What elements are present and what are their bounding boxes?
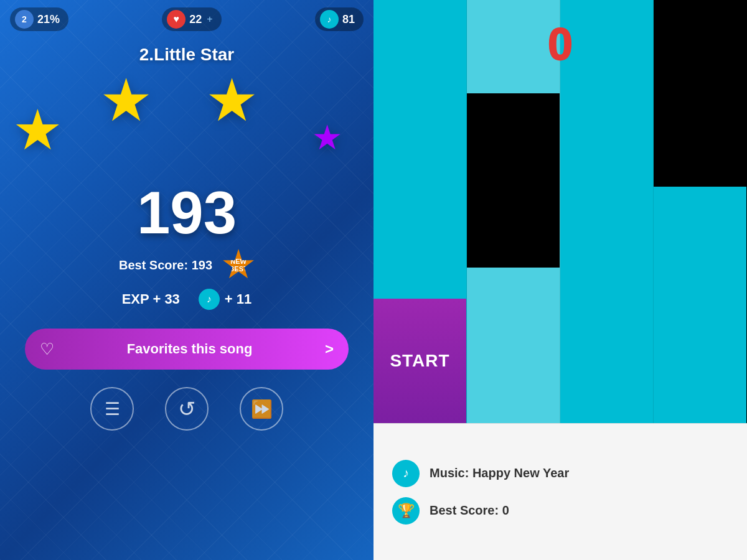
replay-button[interactable]: ↺ <box>165 387 209 431</box>
music-label: Music: Happy New Year <box>430 466 569 480</box>
music-note-icon: ♪ <box>320 10 339 29</box>
fav-arrow-icon: > <box>325 340 334 358</box>
coin-amount: + 11 <box>225 291 251 307</box>
best-score-info-text: Best Score: 0 <box>430 503 509 518</box>
best-score-row: Best Score: 193 NEW BEST <box>119 249 255 281</box>
new-best-line2: BEST <box>229 265 247 273</box>
next-icon: ⏩ <box>251 399 273 419</box>
level-badge: 2 <box>15 10 34 29</box>
coins-count: 81 <box>342 13 355 26</box>
score-number: 193 <box>137 183 237 243</box>
piano-col-2[interactable] <box>467 0 560 423</box>
info-panel: ♪ Music: Happy New Year 🏆 Best Score: 0 <box>374 423 747 560</box>
black-tile-1[interactable] <box>467 93 560 268</box>
coins-earned: ♪ + 11 <box>199 289 251 310</box>
bottom-controls: ☰ ↺ ⏩ <box>90 387 283 431</box>
piano-col-4[interactable] <box>654 0 747 423</box>
start-tile[interactable]: START <box>374 299 466 423</box>
piano-col-3[interactable] <box>560 0 654 423</box>
menu-icon: ☰ <box>105 399 120 419</box>
trophy-icon: 🏆 <box>392 497 420 525</box>
heart-icon: ♥ <box>167 10 186 29</box>
music-info-row: ♪ Music: Happy New Year <box>392 460 728 487</box>
new-best-line1: NEW <box>230 258 247 265</box>
star-1: ★ <box>12 102 63 158</box>
best-score-text: Best Score: 193 <box>119 258 212 273</box>
star-4-purple: ★ <box>312 121 342 155</box>
start-label: START <box>390 351 449 371</box>
right-panel: 0 START ♪ <box>374 0 747 560</box>
hearts-plus: + <box>207 14 212 25</box>
left-panel: 2 21% ♥ 22 + ♪ 81 2.Little Star ★ ★ ★ ★ … <box>0 0 374 560</box>
coin-icon: ♪ <box>199 289 220 310</box>
level-percent: 21% <box>37 13 60 26</box>
level-stat: 2 21% <box>10 7 68 31</box>
top-bar: 2 21% ♥ 22 + ♪ 81 <box>0 0 374 39</box>
favorites-label: Favorites this song <box>54 341 325 357</box>
favorites-button[interactable]: ♡ Favorites this song > <box>25 329 349 370</box>
song-title: 2.Little Star <box>139 45 234 65</box>
star-2: ★ <box>100 71 153 130</box>
stars-area: ★ ★ ★ ★ <box>0 65 374 189</box>
replay-icon: ↺ <box>178 396 195 421</box>
exp-row: EXP + 33 ♪ + 11 <box>122 289 252 310</box>
piano-area[interactable]: 0 START <box>374 0 747 423</box>
best-score-info-row: 🏆 Best Score: 0 <box>392 497 728 525</box>
star-3: ★ <box>205 71 258 130</box>
fav-heart-icon: ♡ <box>40 340 54 359</box>
next-button[interactable]: ⏩ <box>240 387 283 431</box>
piano-col-1[interactable]: START <box>374 0 467 423</box>
hearts-count: 22 <box>189 13 202 26</box>
menu-button[interactable]: ☰ <box>90 387 134 431</box>
hearts-stat: ♥ 22 + <box>162 7 221 31</box>
music-disc-icon: ♪ <box>392 460 420 487</box>
coins-stat: ♪ 81 <box>315 7 364 31</box>
game-score: 0 <box>548 19 573 70</box>
exp-text: EXP + 33 <box>122 291 180 307</box>
new-best-badge: NEW BEST <box>222 249 255 281</box>
